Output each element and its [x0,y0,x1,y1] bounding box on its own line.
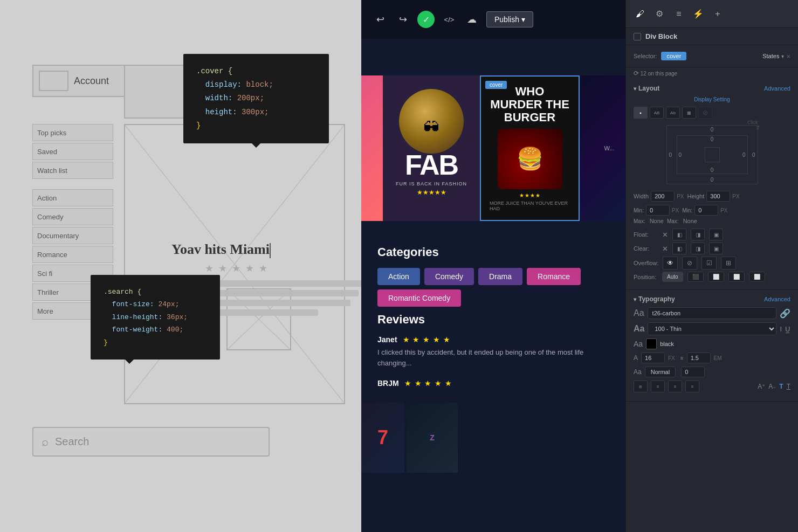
subscript-icon[interactable]: A₋ [768,383,776,390]
align-right-icon[interactable]: ≡ [668,381,682,392]
wf-sidebar-toppicks[interactable]: Top picks [32,124,113,141]
review-header-2: BRJM ★ ★ ★ ★ ★ [377,379,609,388]
float-center-btn[interactable]: ▣ [709,229,723,240]
sliders-icon[interactable]: ⚡ [691,6,706,22]
position-fixed-btn[interactable]: ⬛ [687,272,704,282]
align-justify-icon[interactable]: ≡ [685,381,699,392]
paint-brush-icon[interactable]: 🖌 [632,6,648,22]
max-label-1: Max: [634,218,645,224]
cover-chip[interactable]: cover [661,52,686,60]
search-icon: ⌕ [42,435,49,449]
clear-left-btn[interactable]: ◧ [672,243,686,254]
wf-sidebar-comedy[interactable]: Comedy [32,208,113,225]
thumbnail-1[interactable]: 7 [361,403,404,473]
position-auto-btn[interactable]: Auto [662,272,683,282]
wf-header-logo-box [39,71,68,91]
code-view-button[interactable]: </> [441,11,457,27]
display-flex-icon[interactable]: ▦ [682,107,696,119]
undo-button[interactable]: ↩ [372,11,388,27]
float-right-btn[interactable]: ◨ [691,229,705,240]
review-stars-1: ★ ★ ★ ★ ★ [403,335,451,344]
underline-icon[interactable]: U̲ [785,325,790,333]
overflow-visible-icon[interactable]: 👁 [663,257,678,270]
div-block-checkbox[interactable] [634,33,641,40]
font-size-input[interactable] [641,353,665,363]
position-sticky-btn[interactable]: ⬜ [728,272,745,282]
text-bold-icon[interactable]: T [779,383,783,390]
height-unit: PX [732,194,739,199]
states-selector[interactable]: States ▾ [762,53,784,59]
font-link-icon[interactable]: 🔗 [780,308,790,319]
movie-panel: ↩ ↪ ✓ </> ☁ Publish ▾ 🕶 FAB FUR IS BACK … [361,0,625,532]
min-label-1: Min: [634,208,644,213]
min-width-group: Min: PX [634,205,679,216]
display-inline-block-icon[interactable]: AB [650,107,664,119]
category-romcom-btn[interactable]: Romantic Comedy [377,289,461,307]
float-left-btn[interactable]: ◧ [672,229,686,240]
poster-neon[interactable]: W... [580,75,625,221]
size-row: A FX ≡ EM [634,353,790,363]
wf-sidebar-documentary[interactable]: Documentary [32,227,113,244]
wf-sidebar-saved[interactable]: Saved [32,143,113,160]
clear-both-btn[interactable]: ▣ [709,243,723,254]
clear-x: ✕ [662,245,668,253]
layout-section-header[interactable]: ▾ Layout Advanced [634,85,790,92]
display-inline-icon[interactable]: Ab [666,107,680,119]
display-none-icon[interactable]: ⊘ [698,107,712,119]
redo-button[interactable]: ↪ [395,11,411,27]
wf-sidebar-romance[interactable]: Romance [32,246,113,263]
list-icon[interactable]: ≡ [671,6,686,22]
max-height-val: None [683,218,697,224]
position-row: Position: Auto ⬛ ⬜ ⬜ ⬜ [634,272,790,282]
gear-icon[interactable]: ⚙ [652,6,667,22]
wf-search-bar[interactable]: ⌕ Search [32,427,270,457]
overflow-auto-icon[interactable]: ⊞ [721,257,736,270]
normal-badge[interactable]: Normal [645,367,676,377]
min-width-input[interactable] [646,205,670,216]
align-center-icon[interactable]: ≡ [651,381,665,392]
category-drama-btn[interactable]: Drama [478,268,522,285]
publish-button[interactable]: Publish ▾ [486,11,533,27]
position-relative-btn[interactable]: ⬜ [749,272,765,282]
category-action-btn[interactable]: Action [377,268,420,285]
font-weight-select[interactable]: 100 - Thin 300 - Light 400 - Normal 700 … [648,322,776,335]
close-selector-btn[interactable]: × [786,52,790,60]
plus-icon[interactable]: + [710,6,725,22]
line-height-input[interactable] [687,353,711,363]
layout-advanced-btn[interactable]: Advanced [764,85,790,92]
display-block-icon[interactable]: ▪ [634,107,648,119]
poster-fab[interactable]: 🕶 FAB FUR IS BACK IN FASHION ★★★★★ [383,75,480,221]
clear-right-btn[interactable]: ◨ [691,243,705,254]
wf-line-4 [205,309,318,316]
settings-button[interactable]: ☁ [464,11,480,27]
superscript-icon[interactable]: A⁺ [758,383,765,390]
wf-account-label: Account [74,75,109,87]
typography-advanced-btn[interactable]: Advanced [764,296,790,302]
position-absolute-btn[interactable]: ⬜ [708,272,724,282]
category-comedy-btn[interactable]: Comedy [424,268,474,285]
typography-section-header[interactable]: ▾ Typography Advanced [634,295,790,303]
align-left-icon[interactable]: ≡ [634,381,648,392]
height-input[interactable] [706,191,730,202]
min-height-input[interactable] [694,205,718,216]
wf-sidebar-action[interactable]: Action [32,189,113,206]
category-romance-btn[interactable]: Romance [527,268,581,285]
color-swatch[interactable] [646,338,657,349]
overflow-scroll-icon[interactable]: ☑ [701,257,717,270]
text-underline-icon[interactable]: T [787,383,790,390]
spacing-input[interactable] [681,367,705,377]
reviewer-name-2: BRJM [377,379,399,388]
width-input[interactable] [651,191,675,202]
wf-title: Reviews Yoav hits Miami [171,241,271,258]
wf-sidebar-watchlist[interactable]: Watch list [32,162,113,179]
overflow-hidden-icon[interactable]: ⊘ [682,257,697,270]
div-block-label: Div Block [645,32,677,40]
italic-icon[interactable]: I [780,325,782,333]
weight-aa-icon: Aa [634,324,644,334]
line-height-unit: EM [714,355,722,361]
poster-burger[interactable]: cover WHO MURDER THE BURGER 🍔 ★★★★ MORE … [480,75,580,221]
display-setting-label[interactable]: Display Setting [634,96,790,102]
font-name-input[interactable] [648,307,776,319]
normal-aa-icon: Aa [634,368,642,376]
thumbnail-2[interactable]: Z [407,403,458,473]
